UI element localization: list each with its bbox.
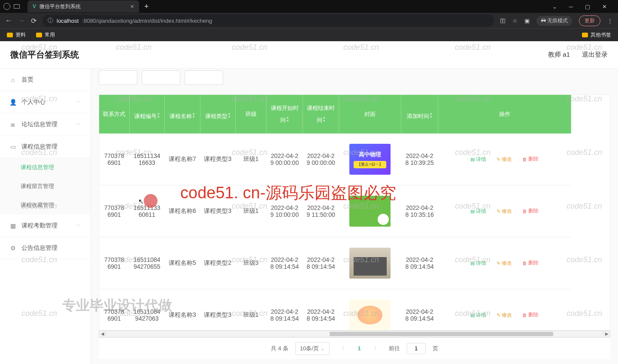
th-cover[interactable]: 封面 — [339, 95, 401, 133]
current-page[interactable]: 1 — [354, 345, 364, 352]
delete-button[interactable]: 🗑删除 — [521, 310, 540, 319]
browser-tab[interactable]: V 微信平台签到系统 × — [27, 0, 139, 12]
th-add-time[interactable]: 添加时间▴▾ — [401, 95, 438, 133]
cover-thumbnail[interactable] — [349, 248, 391, 279]
user-label[interactable]: 教师 a1 — [548, 51, 570, 59]
cell-cover — [339, 289, 401, 331]
sidebar: ⌂首页 👤个人中心﹀ ≣论坛信息管理﹀ ▭课程信息管理 课程信息管理 课程留言管… — [0, 69, 91, 364]
edit-button[interactable]: ✎修改 — [495, 155, 514, 164]
sort-icon: ▴▾ — [193, 108, 195, 118]
menu-course[interactable]: ▭课程信息管理 — [0, 136, 91, 158]
cell-end: 2022-04-29 00:00:00 — [303, 133, 339, 185]
cell-end: 2022-04-29 11:50:00 — [303, 185, 339, 237]
bookmark-ziliao[interactable]: 资料 — [7, 31, 26, 39]
scroll-track[interactable] — [106, 331, 603, 337]
update-button[interactable]: 更新 — [579, 15, 600, 26]
edit-button[interactable]: ✎修改 — [495, 311, 514, 320]
detail-button[interactable]: ▤详情 — [469, 311, 488, 320]
maximize-icon[interactable]: ▢ — [585, 3, 590, 10]
th-contact[interactable]: 联系方式 — [99, 95, 129, 133]
submenu-course-msg[interactable]: 课程留言管理 — [0, 177, 91, 196]
filter-button-2[interactable] — [142, 70, 180, 85]
forward-icon[interactable]: → — [18, 17, 25, 24]
browser-app-icon — [3, 3, 10, 10]
close-tab-icon[interactable]: × — [130, 3, 134, 10]
menu-personal[interactable]: 👤个人中心﹀ — [0, 91, 91, 113]
th-start-time[interactable]: 课程开始时间▴▾ — [267, 95, 303, 133]
total-count: 共 4 条 — [271, 345, 288, 352]
prev-page-button[interactable]: 〈 — [336, 345, 347, 352]
cover-thumbnail[interactable] — [349, 196, 391, 227]
site-info-icon[interactable]: ⓘ — [48, 17, 53, 24]
delete-button[interactable]: 🗑删除 — [521, 206, 540, 215]
cell-add: 2022-04-28 09:14:54 — [401, 289, 438, 331]
cell-end: 2022-04-28 09:14:54 — [303, 237, 339, 289]
menu-notice[interactable]: ⚙公告信息管理 — [0, 237, 91, 259]
tab-title: 微信平台签到系统 — [39, 3, 81, 10]
goto-input[interactable] — [407, 343, 426, 354]
bookmark-changyong[interactable]: 常用 — [36, 31, 55, 39]
table-row: 7703786901 1651108494270655 课程名称5 课程类型2 … — [99, 237, 571, 289]
folder-icon — [7, 33, 13, 37]
panel-icon[interactable]: ▣ — [524, 18, 530, 24]
cell-course-no: 1651108494270655 — [129, 237, 165, 289]
filter-button-3[interactable] — [185, 70, 223, 85]
scroll-thumb[interactable] — [330, 332, 553, 336]
th-class[interactable]: 班级 — [236, 95, 267, 133]
bookmarks-bar: 资料 常用 其他书签 — [0, 28, 618, 41]
window-icon — [14, 4, 20, 9]
th-end-time[interactable]: 课程结束时间▴▾ — [303, 95, 339, 133]
url-bar[interactable]: ⓘ localhost:8080/qiandaoxitong/admin/dis… — [42, 15, 494, 27]
next-page-button[interactable]: 〉 — [371, 345, 382, 352]
cover-thumbnail[interactable]: 高中物理【重点+归一】 — [349, 144, 391, 175]
th-operate[interactable]: 操作 — [438, 95, 571, 133]
doc-icon: ▭ — [9, 144, 16, 150]
sort-icon: ▴▾ — [323, 112, 325, 122]
horizontal-scrollbar[interactable]: ◀ ▶ — [99, 331, 610, 337]
course-table: 联系方式 课程编号▴▾ 课程名称▴▾ 课程类型▴▾ 班级 课程开始时间▴▾ 课程… — [99, 95, 571, 331]
cell-end: 2022-04-28 09:14:54 — [303, 289, 339, 331]
scroll-left-icon[interactable]: ◀ — [99, 331, 106, 337]
menu-home[interactable]: ⌂首页 — [0, 69, 91, 91]
menu-icon[interactable]: ⋮ — [607, 18, 613, 24]
scroll-right-icon[interactable]: ▶ — [603, 331, 610, 337]
delete-button[interactable]: 🗑删除 — [521, 258, 540, 267]
submenu-course-fav[interactable]: 课程收藏管理 — [0, 196, 91, 215]
menu-attendance[interactable]: ▦课程考勤管理﹀ — [0, 215, 91, 237]
chevron-down-icon: ﹀ — [76, 99, 81, 105]
detail-button[interactable]: ▤详情 — [469, 155, 488, 164]
incognito-badge: 🕶 无痕模式 — [536, 16, 572, 26]
main-content: 联系方式 课程编号▴▾ 课程名称▴▾ 课程类型▴▾ 班级 课程开始时间▴▾ 课程… — [91, 69, 618, 364]
url-path: :8080/qiandaoxitong/admin/dist/index.htm… — [82, 18, 212, 24]
detail-button[interactable]: ▤详情 — [469, 259, 488, 268]
logout-link[interactable]: 退出登录 — [582, 51, 608, 59]
star-icon[interactable]: ☆ — [512, 18, 518, 24]
close-window-icon[interactable]: ✕ — [602, 3, 607, 10]
sort-icon: ▴▾ — [158, 108, 160, 118]
list-icon: ≣ — [9, 121, 16, 127]
th-course-name[interactable]: 课程名称▴▾ — [165, 95, 200, 133]
dropdown-icon[interactable]: ⌄ — [552, 3, 557, 10]
cell-class: 班级1 — [236, 289, 267, 331]
detail-button[interactable]: ▤详情 — [469, 207, 488, 216]
edit-button[interactable]: ✎修改 — [495, 259, 514, 268]
edit-button[interactable]: ✎修改 — [495, 207, 514, 216]
th-course-type[interactable]: 课程类型▴▾ — [200, 95, 236, 133]
page-size-select[interactable]: 10条/页 ⌄ — [295, 342, 330, 355]
delete-button[interactable]: 🗑删除 — [521, 155, 540, 164]
cover-thumbnail[interactable] — [349, 300, 391, 331]
bookmark-other[interactable]: 其他书签 — [582, 31, 611, 39]
menu-forum[interactable]: ≣论坛信息管理﹀ — [0, 113, 91, 136]
th-course-no[interactable]: 课程编号▴▾ — [129, 95, 165, 133]
submenu-course-info[interactable]: 课程信息管理 — [0, 158, 91, 177]
cell-add: 2022-04-28 10:39:25 — [401, 133, 438, 185]
cell-start: 2022-04-29 00:00:00 — [267, 133, 303, 185]
reload-icon[interactable]: ⟳ — [31, 17, 36, 25]
delete-icon: 🗑 — [522, 312, 527, 318]
cell-add: 2022-04-28 09:14:54 — [401, 237, 438, 289]
back-icon[interactable]: ← — [5, 17, 12, 24]
minimize-icon[interactable]: ─ — [569, 3, 573, 10]
key-icon[interactable]: ⚿ — [500, 18, 506, 24]
new-tab-button[interactable]: + — [139, 2, 154, 11]
filter-button-1[interactable] — [99, 70, 137, 85]
